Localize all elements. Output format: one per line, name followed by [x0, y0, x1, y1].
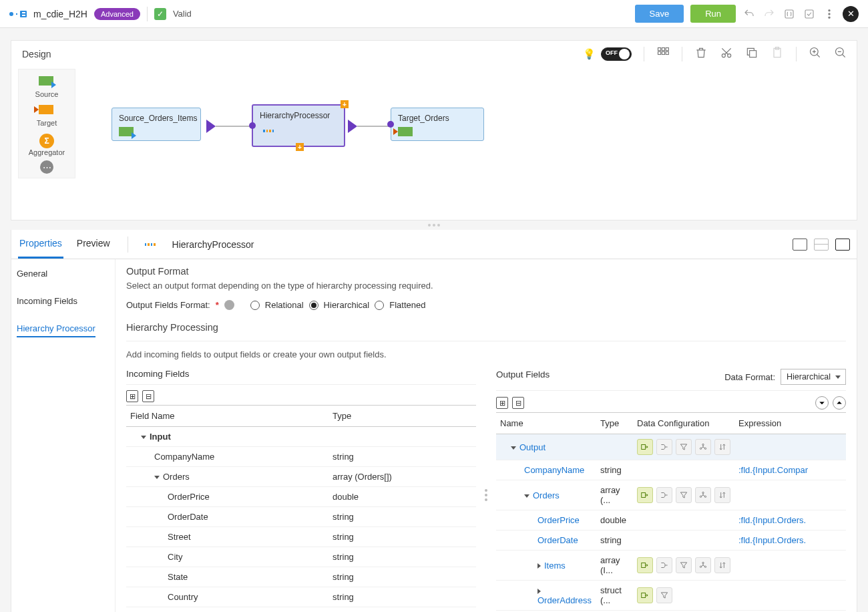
- cut-icon[interactable]: [720, 46, 733, 61]
- groupby-icon[interactable]: [695, 487, 711, 503]
- palette-target[interactable]: Target: [19, 102, 75, 130]
- connector-arrow-icon: [206, 120, 216, 133]
- node-source[interactable]: Source_Orders_Items: [112, 108, 201, 141]
- orderby-icon[interactable]: [714, 557, 730, 573]
- menu-incoming-fields[interactable]: Incoming Fields: [17, 296, 110, 309]
- add-top-icon[interactable]: +: [341, 100, 349, 108]
- collapse-all-icon[interactable]: ⊟: [142, 390, 154, 402]
- expand-all-icon[interactable]: ⊞: [126, 390, 138, 402]
- palette-more-icon[interactable]: ⋯: [40, 160, 53, 174]
- input-port-icon[interactable]: [387, 121, 394, 128]
- node-target[interactable]: Target_Orders: [391, 108, 484, 141]
- add-bottom-icon[interactable]: +: [296, 143, 304, 151]
- collapse-all-icon[interactable]: ⊟: [512, 397, 524, 409]
- input-port-icon[interactable]: [249, 122, 256, 129]
- table-row[interactable]: OrderAddress struct (...: [496, 581, 846, 611]
- col-type[interactable]: Type: [329, 406, 476, 427]
- view-full-icon[interactable]: [835, 239, 850, 251]
- table-row[interactable]: Citystring: [126, 547, 476, 567]
- menu-general[interactable]: General: [17, 269, 110, 281]
- collapse-circle-icon[interactable]: [833, 396, 846, 410]
- table-row[interactable]: Countrystring: [126, 587, 476, 607]
- data-source-icon[interactable]: [637, 587, 653, 603]
- palette-aggregator[interactable]: Σ Aggregator: [19, 131, 75, 159]
- join-icon[interactable]: [656, 439, 672, 455]
- col-name[interactable]: Name: [496, 413, 596, 434]
- table-row[interactable]: OrderPricedouble: [126, 487, 476, 507]
- orderby-icon[interactable]: [714, 487, 730, 503]
- groupby-icon[interactable]: [695, 439, 711, 455]
- join-icon[interactable]: [656, 487, 672, 503]
- orderby-icon[interactable]: [714, 439, 730, 455]
- node-hierarchy-processor[interactable]: + + HierarchyProcessor: [252, 104, 345, 147]
- svg-rect-9: [662, 51, 664, 54]
- data-format-select[interactable]: Hierarchical: [781, 369, 846, 385]
- filter-icon[interactable]: [676, 439, 692, 455]
- redo-icon[interactable]: [763, 7, 776, 21]
- zoom-in-icon[interactable]: [809, 46, 822, 61]
- kebab-menu-icon[interactable]: [823, 7, 836, 21]
- trash-icon[interactable]: [694, 46, 708, 61]
- validate-icon[interactable]: [803, 7, 816, 21]
- data-source-icon[interactable]: [637, 439, 653, 455]
- output-table: Name Type Data Configuration Expression …: [496, 412, 846, 612]
- arrange-icon[interactable]: [656, 46, 670, 61]
- horizontal-splitter[interactable]: [0, 220, 868, 230]
- table-row[interactable]: Statestring: [126, 567, 476, 587]
- copy-icon[interactable]: [745, 46, 758, 61]
- col-expression[interactable]: Expression: [734, 413, 846, 434]
- col-field-name[interactable]: Field Name: [126, 406, 329, 427]
- close-icon[interactable]: ✕: [843, 6, 859, 22]
- table-row[interactable]: Streetstring: [126, 527, 476, 547]
- table-row[interactable]: OrderDate string :fld.{Input.Orders.: [496, 530, 846, 551]
- filter-icon[interactable]: [676, 487, 692, 503]
- table-row[interactable]: Items array (I...: [496, 551, 846, 581]
- run-button[interactable]: Run: [690, 5, 736, 23]
- undo-icon[interactable]: [742, 7, 756, 21]
- radio-relational[interactable]: [250, 301, 260, 310]
- vertical-splitter[interactable]: [485, 489, 487, 501]
- join-icon[interactable]: [656, 557, 672, 573]
- tab-properties[interactable]: Properties: [18, 230, 63, 259]
- table-row[interactable]: OrderDatestring: [126, 507, 476, 527]
- view-single-icon[interactable]: [793, 239, 807, 251]
- svg-rect-0: [785, 10, 793, 18]
- view-split-icon[interactable]: [814, 239, 829, 251]
- col-type[interactable]: Type: [596, 413, 633, 434]
- filter-icon[interactable]: [676, 557, 692, 573]
- table-row[interactable]: Output: [496, 434, 846, 460]
- expand-circle-icon[interactable]: [815, 396, 829, 410]
- table-row[interactable]: OrderPrice double :fld.{Input.Orders.: [496, 510, 846, 530]
- output-title: Output Fields: [496, 369, 550, 379]
- table-row[interactable]: CompanyNamestring: [126, 447, 476, 467]
- data-source-icon[interactable]: [637, 557, 653, 573]
- canvas-area[interactable]: Source_Orders_Items + + HierarchyProcess…: [85, 74, 846, 213]
- tab-preview[interactable]: Preview: [75, 230, 112, 259]
- divider: [147, 7, 148, 21]
- save-button[interactable]: Save: [635, 5, 684, 23]
- hp-section-desc: Add incoming fields to output fields or …: [126, 349, 846, 359]
- groupby-icon[interactable]: [695, 557, 711, 573]
- svg-point-3: [829, 13, 830, 14]
- output-format-row: Output Fields Format:* Relational Hierar…: [126, 300, 846, 310]
- data-source-icon[interactable]: [637, 487, 653, 503]
- info-icon[interactable]: [224, 300, 234, 310]
- filter-icon[interactable]: [656, 587, 672, 603]
- paste-icon[interactable]: [771, 46, 784, 61]
- col-data-config[interactable]: Data Configuration: [633, 413, 734, 434]
- radio-hierarchical[interactable]: [309, 301, 318, 310]
- table-row[interactable]: CompanyName string :fld.{Input.Compar: [496, 460, 846, 480]
- expand-all-icon[interactable]: ⊞: [496, 397, 508, 409]
- menu-hierarchy-processor[interactable]: Hierarchy Processor: [17, 323, 95, 337]
- table-row[interactable]: Input: [126, 427, 476, 447]
- hints-toggle[interactable]: OFF: [601, 47, 632, 61]
- palette-source[interactable]: Source: [19, 73, 75, 101]
- table-row[interactable]: Ordersarray (Orders[]): [126, 467, 476, 487]
- incoming-title: Incoming Fields: [126, 369, 476, 379]
- param-icon[interactable]: [783, 7, 796, 21]
- radio-flattened[interactable]: [375, 301, 384, 310]
- top-bar: m_cdie_H2H Advanced ✓ Valid Save Run ✕: [0, 0, 868, 28]
- zoom-out-icon[interactable]: [834, 46, 847, 61]
- table-row[interactable]: Orders array (...: [496, 480, 846, 510]
- svg-rect-1: [805, 10, 813, 18]
